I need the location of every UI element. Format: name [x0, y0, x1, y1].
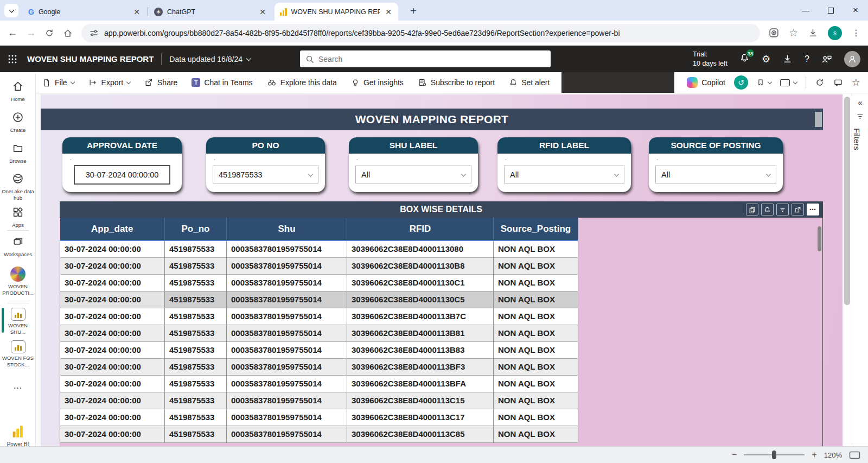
view-menu[interactable] [780, 79, 797, 86]
forward-icon[interactable]: → [26, 27, 36, 39]
table-row[interactable]: 30-07-2024 00:00:00451987553300035837801… [60, 409, 818, 426]
column-header[interactable]: Shu [227, 218, 347, 240]
sidebar-item-woven-fgs[interactable]: WOVEN FGS STOCK... [0, 340, 36, 368]
account-avatar[interactable] [844, 51, 860, 67]
comment-icon[interactable] [833, 78, 843, 87]
lens-search-icon[interactable] [769, 28, 779, 38]
zoom-in-button[interactable]: + [812, 450, 816, 460]
site-settings-icon[interactable] [89, 28, 99, 38]
table-row[interactable]: 30-07-2024 00:00:00451987553300035837801… [60, 358, 818, 375]
table-row[interactable]: 30-07-2024 00:00:00451987553300035837801… [60, 240, 818, 257]
close-icon[interactable]: ✕ [132, 8, 141, 16]
settings-gear-icon[interactable]: ⚙ [762, 53, 770, 65]
copy-visual-button[interactable] [746, 204, 758, 215]
tab-powerbi-report[interactable]: WOVEN SHU MAPPING REPORT ✕ [275, 3, 398, 21]
share-button[interactable]: Share [144, 78, 177, 87]
help-icon[interactable]: ? [805, 54, 809, 64]
zoom-slider[interactable] [744, 454, 805, 455]
copilot-button[interactable]: Copilot [687, 77, 725, 88]
waffle-menu-icon[interactable] [8, 54, 17, 64]
filter-funnel-icon[interactable] [856, 112, 864, 120]
file-menu[interactable]: File [42, 78, 74, 87]
sidebar-more-button[interactable]: ⋯ [0, 383, 36, 393]
address-bar[interactable]: app.powerbi.com/groups/bb880d27-8a54-482… [81, 24, 760, 42]
home-icon[interactable] [63, 28, 73, 38]
get-insights-button[interactable]: Get insights [351, 78, 404, 87]
table-cell: 30-07-2024 00:00:00 [60, 375, 165, 392]
table-row[interactable]: 30-07-2024 00:00:00451987553300035837801… [60, 257, 818, 274]
refresh-status-icon[interactable]: ↺ [734, 75, 748, 90]
favorite-star-icon[interactable]: ☆ [852, 77, 860, 88]
sidebar-item-browse[interactable]: Browse [0, 142, 36, 164]
zoom-slider-thumb[interactable] [772, 451, 776, 459]
explore-data-button[interactable]: Explore this data [267, 78, 337, 87]
table-row[interactable]: 30-07-2024 00:00:00451987553300035837801… [60, 392, 818, 409]
approval-date-input[interactable]: 30-07-2024 00:00:00 [74, 165, 170, 185]
notifications-button[interactable]: 38 [739, 53, 750, 65]
table-row[interactable]: 30-07-2024 00:00:00451987553300035837801… [60, 341, 818, 358]
scrollbar-thumb[interactable] [815, 112, 822, 127]
column-header[interactable]: App_date [60, 218, 165, 240]
downloads-icon[interactable] [808, 28, 818, 38]
sidebar-item-workspaces[interactable]: Workspaces [0, 236, 36, 258]
column-header[interactable]: Po_no [165, 218, 227, 240]
tab-google[interactable]: G Google ✕ [23, 3, 146, 21]
po-no-dropdown[interactable]: 4519875533 [213, 166, 318, 183]
search-input[interactable] [318, 55, 545, 64]
tab-chatgpt[interactable]: ∗ ChatGPT ✕ [149, 3, 272, 21]
close-icon[interactable]: ✕ [384, 8, 393, 16]
tab-search-button[interactable] [4, 4, 18, 17]
back-icon[interactable]: ← [8, 27, 17, 39]
table-cell: NON AQL BOX [494, 308, 578, 325]
visual-more-options-button[interactable]: ⋯ [807, 204, 819, 215]
table-row[interactable]: 30-07-2024 00:00:00451987553300035837801… [60, 308, 818, 325]
sidebar-item-woven-shu[interactable]: WOVEN SHU... [0, 308, 36, 335]
status-bar: − + 120% [0, 446, 868, 463]
sidebar-item-home[interactable]: Home [0, 80, 36, 103]
table-row[interactable]: 30-07-2024 00:00:00451987553300035837801… [60, 426, 818, 442]
column-header[interactable]: RFID [347, 218, 494, 240]
page-scrollbar[interactable] [844, 93, 851, 446]
download-app-icon[interactable] [782, 54, 793, 64]
visual-filter-button[interactable] [776, 204, 789, 215]
table-row[interactable]: 30-07-2024 00:00:00451987553300035837801… [60, 291, 818, 308]
rfid-label-dropdown[interactable]: All [504, 166, 624, 183]
sidebar-item-onelake[interactable]: OneLake data hub [0, 173, 36, 201]
global-search [300, 50, 551, 67]
column-header[interactable]: Source_Posting [494, 218, 578, 240]
sidebar-item-apps[interactable]: Apps [0, 206, 36, 229]
kebab-menu-icon[interactable]: ⋮ [852, 28, 860, 38]
zoom-out-button[interactable]: − [732, 450, 737, 460]
bookmark-star-icon[interactable]: ☆ [789, 27, 798, 39]
sidebar-item-woven-production[interactable]: WOVEN PRODUCTI... [0, 267, 36, 296]
close-icon[interactable]: ✕ [258, 8, 267, 16]
shu-label-dropdown[interactable]: All [355, 166, 471, 183]
new-tab-button[interactable]: + [406, 3, 421, 18]
filters-pane-label[interactable]: Filters [852, 128, 861, 150]
fit-to-page-icon[interactable] [849, 451, 860, 459]
expand-pane-icon[interactable]: « [852, 98, 868, 107]
refresh-icon[interactable] [815, 78, 825, 87]
focus-mode-button[interactable] [792, 204, 804, 215]
table-row[interactable]: 30-07-2024 00:00:00451987553300035837801… [60, 274, 818, 291]
data-updated-dropdown[interactable]: Data updated 16/8/24 [169, 55, 251, 64]
export-menu[interactable]: Export [88, 78, 130, 87]
subscribe-button[interactable]: Subscribe to report [418, 78, 495, 87]
close-window-button[interactable]: × [843, 0, 868, 21]
source-posting-dropdown[interactable]: All [655, 166, 776, 183]
maximize-button[interactable] [818, 0, 843, 21]
trial-status: Trial:10 days left [693, 50, 727, 68]
table-row[interactable]: 30-07-2024 00:00:00451987553300035837801… [60, 325, 818, 341]
set-alert-button[interactable]: Set alert [509, 78, 550, 87]
visual-alert-button[interactable] [761, 204, 774, 215]
browser-profile-avatar[interactable]: s [828, 26, 842, 40]
chat-in-teams-button[interactable]: T Chat in Teams [192, 78, 252, 87]
scrollbar-thumb[interactable] [818, 226, 821, 251]
table-row[interactable]: 30-07-2024 00:00:00451987553300035837801… [60, 375, 818, 392]
feedback-icon[interactable] [821, 54, 832, 65]
sidebar-item-create[interactable]: Create [0, 111, 36, 134]
scrollbar-thumb[interactable] [844, 97, 850, 305]
bookmarks-button[interactable] [757, 78, 771, 87]
minimize-button[interactable]: — [793, 0, 818, 21]
reload-icon[interactable] [44, 28, 54, 38]
